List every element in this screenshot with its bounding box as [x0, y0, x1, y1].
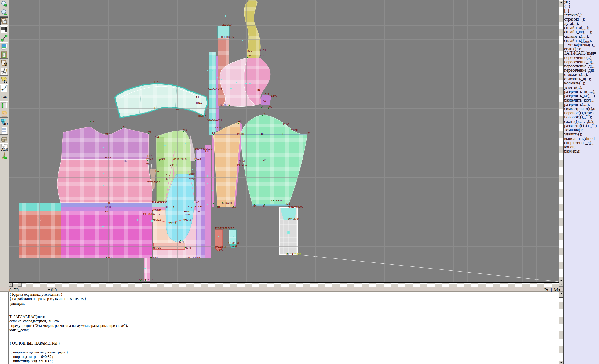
svg-text:КПД2: КПД2: [189, 173, 195, 175]
svg-text:КЛ1: КЛ1: [105, 210, 109, 213]
svg-text:АВ: АВ: [238, 120, 242, 122]
svg-text:Т20НН: Т20НН: [105, 256, 114, 259]
svg-text:ЛПМ: ЛПМ: [239, 159, 245, 162]
svg-text:Т1ОР: Т1ОР: [291, 129, 298, 132]
svg-text:Т9Т0ЛЗС2: Т9Т0ЛЗС2: [147, 181, 160, 184]
svg-text:РЗР2Р1: РЗР2Р1: [237, 163, 247, 166]
svg-text:КПД1: КПД1: [166, 173, 173, 176]
svg-text:ТВ44: ТВ44: [196, 102, 202, 104]
svg-text:ВВ2Ц: ВВ2Ц: [259, 49, 266, 52]
svg-text:ALG: ALG: [1, 148, 8, 151]
svg-text:С5Л: С5Л: [232, 244, 237, 247]
svg-text:ЛС1ЛС2Л1ЛС2Л: ЛС1ЛС2Л1ЛС2Л: [214, 227, 234, 230]
svg-text:ЛЕКА: ЛЕКА: [1, 70, 5, 72]
svg-text:М1: М1: [217, 206, 220, 209]
svg-text:АА: АА: [268, 105, 272, 108]
svg-text:МЛП: МЛП: [253, 204, 258, 207]
svg-text:МЛЗ: МЛЗ: [232, 206, 238, 209]
svg-text:НКР1: НКР1: [184, 213, 190, 216]
svg-text:Р2: Р2: [307, 132, 309, 135]
svg-text:ЗЗЗ: ЗЗЗ: [198, 205, 203, 208]
svg-text:ТВЗНН: ТВЗНН: [149, 256, 158, 259]
svg-text:Т20: Т20: [105, 201, 110, 204]
svg-text:ТВ4: ТВ4: [194, 95, 199, 98]
svg-text:НКЛ2: НКЛ2: [184, 218, 191, 221]
svg-text:ЗМ: ЗМ: [205, 149, 209, 152]
svg-text:КОК2: КОК2: [147, 158, 153, 161]
svg-text:Т0: Т0: [91, 119, 94, 122]
svg-text:ОКРВОКРЗ: ОКРВОКРЗ: [139, 278, 153, 281]
svg-text:Т5: Т5: [123, 160, 127, 162]
svg-text:РПО: РПО: [283, 122, 289, 125]
svg-text:КОК1: КОК1: [105, 156, 111, 159]
svg-text:ТВ1: ТВ1: [154, 106, 159, 109]
svg-text:МН1УМН202: МН1УМН202: [288, 205, 303, 208]
svg-text:7: 7: [1, 88, 3, 92]
svg-text:ХМ1УМХЗ: ХМ1УМХЗ: [287, 218, 300, 221]
svg-text:А: А: [262, 105, 264, 108]
svg-text:А22: А22: [265, 93, 269, 96]
svg-text:Т7: Т7: [148, 131, 151, 134]
svg-text:М: М: [263, 204, 265, 207]
svg-text:КОК4: КОК4: [194, 158, 201, 161]
svg-text:КПД4: КПД4: [166, 178, 173, 180]
svg-text:НКЛЗ: НКЛЗ: [169, 222, 176, 225]
svg-text:КПДЗЗ: КПДЗЗ: [188, 205, 196, 208]
svg-text:А2: А2: [263, 99, 266, 102]
svg-text:НКЛ22: НКЛ22: [153, 218, 161, 221]
svg-text:Т22: Т22: [194, 200, 199, 203]
svg-text:КР5: КР5: [179, 240, 184, 243]
svg-text:Т10: Т10: [155, 169, 159, 172]
svg-text:КЛЗ: КЛЗ: [196, 210, 202, 213]
svg-text:Р0ЛП: Р0ЛП: [237, 133, 244, 135]
svg-text:ОК44: ОК44: [215, 126, 221, 129]
svg-text:РП: РП: [281, 132, 284, 135]
svg-text:Т3: Т3: [121, 125, 124, 128]
svg-text:КПД44: КПД44: [166, 206, 174, 208]
svg-text:Л11: Л11: [155, 135, 159, 138]
svg-text:G: G: [3, 78, 7, 84]
svg-text:АА22: АА22: [271, 95, 277, 97]
svg-text:В2Ц: В2Ц: [247, 49, 253, 52]
svg-text:Т8: Т8: [147, 163, 150, 166]
svg-text:ВЦ2НВЦ33: ВЦ2НВЦ33: [221, 35, 234, 38]
svg-text:ЛС4АЛЗЛ: ЛС4АЛЗЛ: [214, 246, 226, 248]
svg-text:M: M: [3, 61, 8, 67]
svg-text:МН14: МН14: [286, 253, 293, 255]
svg-text:КР111: КР111: [170, 164, 177, 167]
svg-text:8: 8: [5, 87, 6, 90]
svg-text:О2: О2: [262, 113, 265, 116]
svg-text:ЛОЯСНМЛ6ЗП: ЛОЯСНМЛ6ЗП: [184, 256, 203, 259]
svg-text:КОК3: КОК3: [159, 158, 165, 161]
svg-text:Р1: Р1: [212, 132, 215, 135]
svg-text:СК0СК11: СК0СК11: [271, 199, 282, 202]
svg-text:НКЛ1: НКЛ1: [184, 210, 190, 213]
svg-text:ТЛ1: ТЛ1: [175, 108, 179, 111]
svg-text:В3: В3: [257, 88, 260, 91]
svg-text:КПД3: КПД3: [189, 177, 195, 180]
svg-text:ВЦ1ВДВ: ВЦ1ВДВ: [220, 104, 230, 106]
svg-text:ВЦ2ВЦ3: ВЦ2ВЦ3: [221, 23, 232, 26]
svg-text:С4МДВЛ: С4МДВЛ: [228, 242, 239, 244]
svg-text:ОК0ОК2Х22: ОК0ОК2Х22: [208, 88, 222, 91]
svg-text:НКР2: НКР2: [184, 246, 191, 249]
svg-text:ТЛ0ТЛ22: ТЛ0ТЛ22: [195, 115, 206, 117]
svg-text:МЛ: МЛ: [263, 159, 266, 161]
svg-text:Т12: Т12: [105, 133, 110, 136]
svg-text:НКВ2Л1: НКВ2Л1: [152, 209, 161, 212]
svg-text:О1: О1: [261, 132, 265, 135]
svg-text:ТВ11: ТВ11: [154, 81, 160, 84]
svg-text:НКР22: НКР22: [153, 246, 161, 249]
svg-text:3D: 3D: [3, 122, 8, 126]
svg-text:Т16: Т16: [183, 129, 187, 132]
svg-text:В2: В2: [247, 55, 251, 58]
svg-text:Т8Р: Т8Р: [147, 154, 152, 157]
svg-text:ОК0ОКЗХ44: ОК0ОКЗХ44: [207, 118, 222, 121]
svg-text:НКР11: НКР11: [152, 213, 160, 216]
svg-text:КЛ11: КЛ11: [105, 206, 111, 208]
svg-text:СН0СН1: СН0СН1: [222, 201, 232, 204]
svg-text:МНУЗ: МНУЗ: [294, 253, 301, 255]
svg-text:Т8РНК2КР33: Т8РНК2КР33: [152, 201, 167, 204]
svg-text:i_66.: i_66.: [1, 96, 8, 99]
svg-text:ЛС5Л: ЛС5Л: [218, 249, 224, 251]
